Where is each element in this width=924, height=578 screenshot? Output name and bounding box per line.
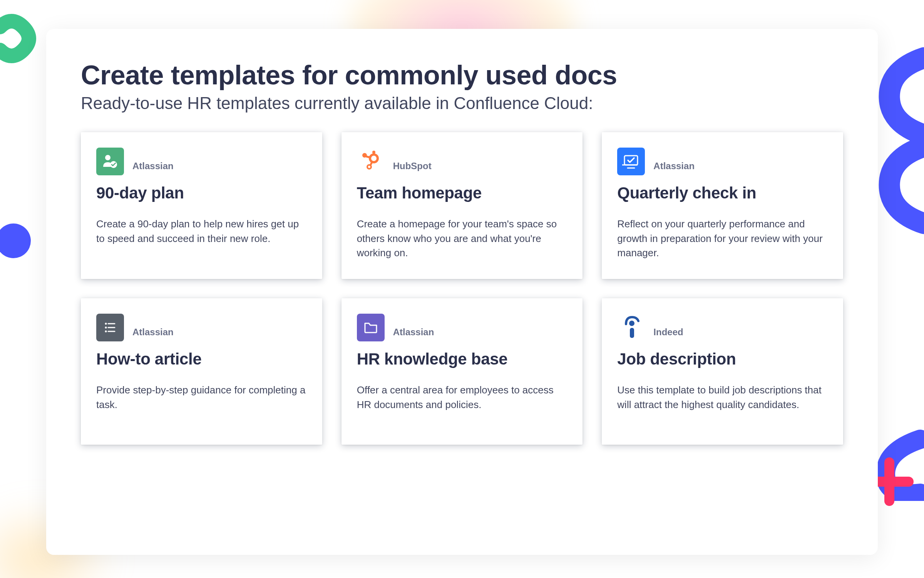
svg-point-14	[105, 323, 107, 325]
template-card-hr-knowledge-base[interactable]: Atlassian HR knowledge base Offer a cent…	[341, 298, 583, 445]
card-title: Team homepage	[357, 184, 567, 202]
card-description: Create a homepage for your team's space …	[357, 217, 567, 260]
svg-line-6	[366, 156, 371, 158]
monitor-check-icon	[617, 148, 645, 175]
template-card-quarterly-check-in[interactable]: Atlassian Quarterly check in Reflect on …	[602, 132, 843, 279]
template-cards-grid: Atlassian 90-day plan Create a 90-day pl…	[81, 132, 843, 445]
svg-point-20	[629, 321, 634, 326]
card-title: HR knowledge base	[357, 350, 567, 368]
svg-point-7	[372, 151, 375, 154]
template-card-how-to-article[interactable]: Atlassian How-to article Provide step-by…	[81, 298, 322, 445]
template-card-team-homepage[interactable]: HubSpot Team homepage Create a homepage …	[341, 132, 583, 279]
svg-point-5	[370, 155, 378, 162]
card-header: Atlassian	[96, 314, 307, 341]
list-icon	[96, 314, 124, 341]
card-title: Quarterly check in	[617, 184, 828, 202]
card-description: Use this template to build job descripti…	[617, 383, 828, 412]
svg-point-2	[105, 155, 110, 160]
card-title: 90-day plan	[96, 184, 307, 202]
folder-icon	[357, 314, 385, 341]
card-vendor-label: Atlassian	[132, 161, 174, 175]
card-header: Atlassian	[617, 148, 828, 175]
svg-point-16	[105, 327, 107, 329]
page-subtitle: Ready-to-use HR templates currently avai…	[81, 94, 843, 113]
svg-point-9	[367, 165, 371, 169]
card-header: Indeed	[617, 314, 828, 341]
page-title: Create templates for commonly used docs	[81, 60, 843, 91]
card-description: Reflect on your quarterly performance an…	[617, 217, 828, 260]
card-title: How-to article	[96, 350, 307, 368]
card-vendor-label: Atlassian	[132, 327, 174, 341]
card-vendor-label: HubSpot	[393, 161, 432, 175]
card-header: HubSpot	[357, 148, 567, 175]
card-description: Offer a central area for employees to ac…	[357, 383, 567, 412]
person-check-icon	[96, 148, 124, 175]
decorative-dot-blue	[0, 223, 31, 258]
hubspot-icon	[357, 148, 385, 175]
main-panel: Create templates for commonly used docs …	[46, 29, 878, 555]
svg-rect-21	[630, 328, 634, 338]
card-header: Atlassian	[96, 148, 307, 175]
card-description: Provide step-by-step guidance for comple…	[96, 383, 307, 412]
template-card-job-description[interactable]: Indeed Job description Use this template…	[602, 298, 843, 445]
card-vendor-label: Atlassian	[393, 327, 434, 341]
card-vendor-label: Indeed	[653, 327, 683, 341]
template-card-90-day-plan[interactable]: Atlassian 90-day plan Create a 90-day pl…	[81, 132, 322, 279]
card-vendor-label: Atlassian	[653, 161, 695, 175]
card-description: Create a 90-day plan to help new hires g…	[96, 217, 307, 246]
indeed-icon	[617, 314, 645, 341]
card-header: Atlassian	[357, 314, 567, 341]
card-title: Job description	[617, 350, 828, 368]
svg-point-18	[105, 331, 107, 333]
